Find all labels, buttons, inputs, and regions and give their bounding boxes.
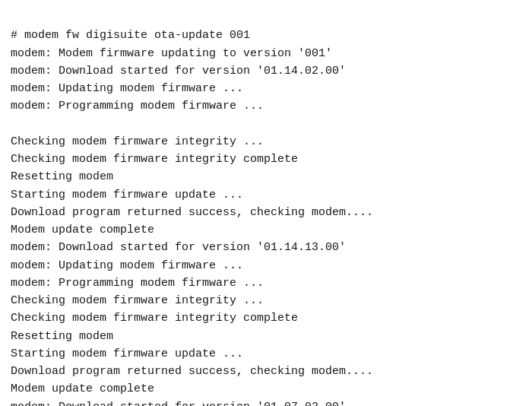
terminal-line: Resetting modem — [11, 168, 521, 186]
terminal-line: modem: Updating modem firmware ... — [11, 257, 521, 274]
terminal-line: Modem update complete — [11, 221, 521, 239]
terminal-line: # modem fw digisuite ota-update 001 — [11, 27, 521, 44]
terminal-line: Checking modem firmware integrity comple… — [11, 309, 521, 327]
terminal-line: modem: Download started for version '01.… — [11, 398, 521, 407]
terminal-line — [11, 116, 521, 133]
terminal-line: modem: Programming modem firmware ... — [11, 97, 521, 115]
terminal-line: modem: Programming modem firmware ... — [11, 274, 521, 292]
terminal-line: Resetting modem — [11, 328, 521, 345]
terminal-line: Starting modem firmware update ... — [11, 186, 521, 204]
terminal-line: Modem update complete — [11, 380, 521, 398]
terminal-output: # modem fw digisuite ota-update 001modem… — [11, 9, 521, 406]
terminal-line: Checking modem firmware integrity ... — [11, 292, 521, 309]
terminal-line: Checking modem firmware integrity ... — [11, 133, 521, 151]
terminal-line: modem: Download started for version '01.… — [11, 239, 521, 256]
terminal-line: modem: Updating modem firmware ... — [11, 80, 521, 97]
terminal-line: modem: Download started for version '01.… — [11, 62, 521, 80]
terminal-line: Checking modem firmware integrity comple… — [11, 151, 521, 168]
terminal-line: Download program returned success, check… — [11, 204, 521, 221]
terminal-line: Download program returned success, check… — [11, 363, 521, 380]
terminal-line: modem: Modem firmware updating to versio… — [11, 45, 521, 62]
terminal-line: Starting modem firmware update ... — [11, 345, 521, 363]
